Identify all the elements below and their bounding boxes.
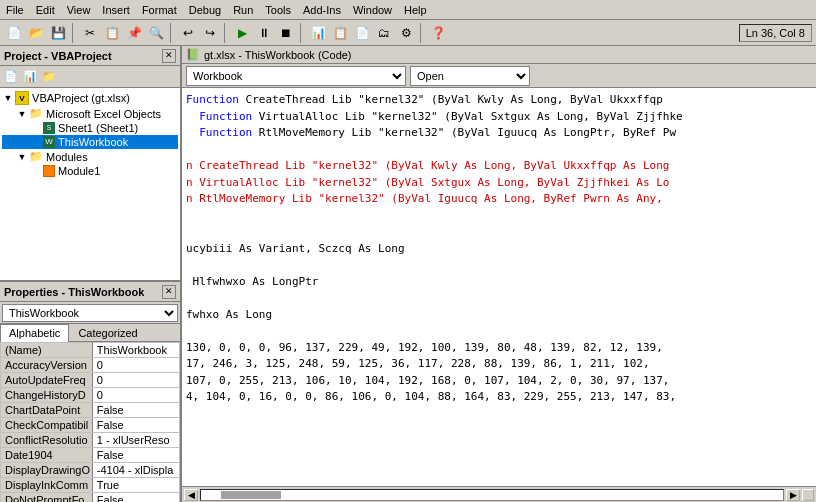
- hscrollbar-thumb: [221, 491, 281, 499]
- procedure-dropdown[interactable]: Open: [410, 66, 530, 86]
- paste-btn[interactable]: 📌: [124, 23, 144, 43]
- props-row[interactable]: AccuracyVersion0: [1, 358, 180, 373]
- menu-help[interactable]: Help: [398, 2, 433, 18]
- props-row[interactable]: DisplayInkCommTrue: [1, 478, 180, 493]
- tab-alphabetic[interactable]: Alphabetic: [0, 324, 69, 342]
- cursor-status: Ln 36, Col 8: [739, 24, 812, 42]
- scroll-left-btn[interactable]: ◀: [184, 489, 198, 501]
- module-btn[interactable]: 📄: [352, 23, 372, 43]
- props-value: False: [92, 403, 179, 418]
- properties-close-btn[interactable]: ✕: [162, 285, 176, 299]
- code-window-icon: 📗: [186, 48, 200, 62]
- stop-btn[interactable]: ⏹: [276, 23, 296, 43]
- props-value: False: [92, 448, 179, 463]
- expand-icon-5: ▼: [16, 151, 28, 163]
- menu-view[interactable]: View: [61, 2, 97, 18]
- props-row[interactable]: DoNotPromptFoFalse: [1, 493, 180, 503]
- help-btn[interactable]: ❓: [428, 23, 448, 43]
- vbaide-btn[interactable]: 📊: [308, 23, 328, 43]
- save-btn[interactable]: 💾: [48, 23, 68, 43]
- view-obj-btn[interactable]: 📊: [21, 68, 39, 86]
- menu-debug[interactable]: Debug: [183, 2, 227, 18]
- menu-window[interactable]: Window: [347, 2, 398, 18]
- expand-icon-2: ▼: [16, 108, 28, 120]
- corner-box: [802, 489, 814, 501]
- props-row[interactable]: Date1904False: [1, 448, 180, 463]
- userform-btn[interactable]: 📋: [330, 23, 350, 43]
- sheet-icon: S: [43, 122, 55, 134]
- project-toolbar: 📄 📊 📁: [0, 66, 180, 88]
- menu-tools[interactable]: Tools: [259, 2, 297, 18]
- properties-header: Properties - ThisWorkbook ✕: [0, 282, 180, 302]
- main-container: Project - VBAProject ✕ 📄 📊 📁 ▼ V VBAProj…: [0, 46, 816, 502]
- props-row[interactable]: AutoUpdateFreq0: [1, 373, 180, 388]
- props-value: True: [92, 478, 179, 493]
- tree-label-module1: Module1: [58, 165, 100, 177]
- pause-btn[interactable]: ⏸: [254, 23, 274, 43]
- props-row[interactable]: (Name)ThisWorkbook: [1, 343, 180, 358]
- sep1: [72, 23, 76, 43]
- tab-categorized[interactable]: Categorized: [69, 324, 146, 341]
- props-value: -4104 - xlDispla: [92, 463, 179, 478]
- object-dropdown[interactable]: Workbook: [186, 66, 406, 86]
- props-row[interactable]: ChangeHistoryD0: [1, 388, 180, 403]
- menu-edit[interactable]: Edit: [30, 2, 61, 18]
- menu-run[interactable]: Run: [227, 2, 259, 18]
- properties-panel: Properties - ThisWorkbook ✕ ThisWorkbook…: [0, 282, 180, 502]
- code-area[interactable]: Function CreateThread Lib "kernel32" (By…: [182, 88, 816, 486]
- props-value: 0: [92, 388, 179, 403]
- project-panel: Project - VBAProject ✕ 📄 📊 📁 ▼ V VBAProj…: [0, 46, 180, 282]
- hscrollbar-track[interactable]: [200, 489, 784, 501]
- expand-icon-6: [30, 165, 42, 177]
- tree-sheet1[interactable]: S Sheet1 (Sheet1): [2, 121, 178, 135]
- props-row[interactable]: ConflictResolutio1 - xlUserReso: [1, 433, 180, 448]
- code-window-title: 📗 gt.xlsx - ThisWorkbook (Code): [182, 46, 816, 64]
- toolbar: 📄 📂 💾 ✂ 📋 📌 🔍 ↩ ↪ ▶ ⏸ ⏹ 📊 📋 📄 🗂 ⚙ ❓ Ln 3…: [0, 20, 816, 46]
- props-row[interactable]: CheckCompatibilFalse: [1, 418, 180, 433]
- cut-btn[interactable]: ✂: [80, 23, 100, 43]
- tree-thisworkbook[interactable]: W ThisWorkbook: [2, 135, 178, 149]
- tree-label-vbaproject: VBAProject (gt.xlsx): [32, 92, 130, 104]
- menu-bar: File Edit View Insert Format Debug Run T…: [0, 0, 816, 20]
- expand-icon-3: [30, 122, 42, 134]
- copy-btn[interactable]: 📋: [102, 23, 122, 43]
- class-btn[interactable]: 🗂: [374, 23, 394, 43]
- view-code-btn[interactable]: 📄: [2, 68, 20, 86]
- find-btn[interactable]: 🔍: [146, 23, 166, 43]
- tree-modules[interactable]: ▼ 📁 Modules: [2, 149, 178, 164]
- new-btn[interactable]: 📄: [4, 23, 24, 43]
- project-header: Project - VBAProject ✕: [0, 46, 180, 66]
- undo-btn[interactable]: ↩: [178, 23, 198, 43]
- redo-btn[interactable]: ↪: [200, 23, 220, 43]
- proc-btn[interactable]: ⚙: [396, 23, 416, 43]
- tree-vbaproject[interactable]: ▼ V VBAProject (gt.xlsx): [2, 90, 178, 106]
- left-panel: Project - VBAProject ✕ 📄 📊 📁 ▼ V VBAProj…: [0, 46, 182, 502]
- menu-format[interactable]: Format: [136, 2, 183, 18]
- toggle-folders-btn[interactable]: 📁: [40, 68, 58, 86]
- project-close-btn[interactable]: ✕: [162, 49, 176, 63]
- menu-file[interactable]: File: [0, 2, 30, 18]
- tree-module1[interactable]: Module1: [2, 164, 178, 178]
- properties-grid: (Name)ThisWorkbookAccuracyVersion0AutoUp…: [0, 342, 180, 502]
- project-title: Project - VBAProject: [4, 50, 112, 62]
- props-value: 0: [92, 373, 179, 388]
- tree-excel-objects[interactable]: ▼ 📁 Microsoft Excel Objects: [2, 106, 178, 121]
- menu-addins[interactable]: Add-Ins: [297, 2, 347, 18]
- props-row[interactable]: ChartDataPointFalse: [1, 403, 180, 418]
- folder-icon: 📁: [29, 107, 43, 120]
- run-btn[interactable]: ▶: [232, 23, 252, 43]
- code-scrollbar: ◀ ▶: [182, 486, 816, 502]
- properties-title: Properties - ThisWorkbook: [4, 286, 144, 298]
- properties-object-dropdown[interactable]: ThisWorkbook: [2, 304, 178, 322]
- properties-toolbar: ThisWorkbook: [0, 302, 180, 324]
- sep4: [300, 23, 304, 43]
- sep2: [170, 23, 174, 43]
- menu-insert[interactable]: Insert: [96, 2, 136, 18]
- props-row[interactable]: DisplayDrawingO-4104 - xlDispla: [1, 463, 180, 478]
- scroll-right-btn[interactable]: ▶: [786, 489, 800, 501]
- sep3: [224, 23, 228, 43]
- expand-icon-4: [30, 136, 42, 148]
- open-btn[interactable]: 📂: [26, 23, 46, 43]
- vba-icon: V: [15, 91, 29, 105]
- module-icon: [43, 165, 55, 177]
